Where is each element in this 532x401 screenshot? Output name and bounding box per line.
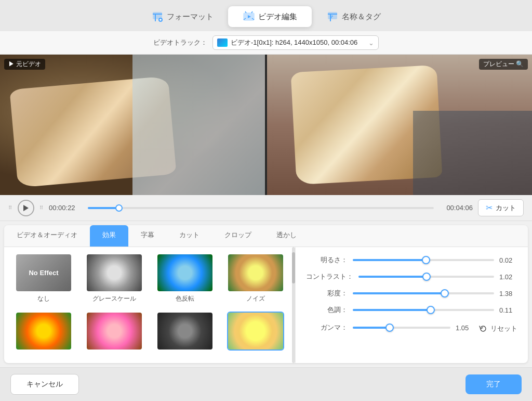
- timeline-dots-right: ⠿: [39, 205, 44, 211]
- effect-thumb-none: No Effect: [15, 253, 72, 292]
- effect-label-grayscale: グレースケール: [92, 294, 136, 303]
- cut-label: カット: [496, 203, 516, 213]
- effect-preview-invert: [157, 254, 212, 291]
- video-panel-left: [0, 55, 265, 195]
- main-content: ビデオトラック： ビデオ-1[0x1]: h264, 1440x1050, 00…: [0, 31, 532, 367]
- play-button[interactable]: [18, 200, 34, 216]
- video-preview-right: [267, 55, 532, 195]
- contrast-fill: [358, 276, 427, 278]
- tab-crop[interactable]: クロップ: [212, 225, 264, 247]
- timeline-dots-left: ⠿: [8, 205, 12, 211]
- effect-preview-noise: [228, 254, 283, 291]
- contrast-track[interactable]: [358, 276, 494, 278]
- tab-effects[interactable]: 効果: [90, 225, 128, 247]
- track-label: ビデオトラック：: [153, 38, 207, 47]
- effect-label-invert: 色反転: [176, 294, 194, 303]
- track-select[interactable]: ビデオ-1[0x1]: h264, 1440x1050, 00:04:06 ⌄: [212, 35, 379, 50]
- cut-icon: ✂: [486, 203, 493, 213]
- no-effect-display: No Effect: [16, 254, 71, 291]
- effect-thumb-pink: [86, 312, 143, 351]
- effect-grayscale[interactable]: グレースケール: [81, 253, 148, 307]
- gamma-thumb[interactable]: [385, 324, 394, 332]
- tab-watermark[interactable]: 透かし: [264, 225, 309, 247]
- effect-thumb-grayscale: [86, 253, 143, 292]
- effect-dark[interactable]: [152, 312, 218, 357]
- current-time: 00:00:22: [49, 204, 83, 212]
- cancel-button[interactable]: キャンセル: [10, 374, 79, 395]
- track-value: ビデオ-1[0x1]: h264, 1440x1050, 00:04:06: [231, 38, 357, 47]
- effects-grid: No Effect なし グレースケール 色反転: [4, 247, 295, 363]
- end-time: 00:04:06: [439, 204, 473, 212]
- effect-preview-faded: [228, 313, 283, 350]
- brightness-thumb[interactable]: [422, 256, 430, 264]
- panel-content: No Effect なし グレースケール 色反転: [4, 247, 528, 363]
- contrast-thumb[interactable]: [422, 273, 431, 281]
- video-preview-left: [0, 55, 265, 195]
- scroll-thumb: [292, 252, 295, 283]
- hue-label: 色調：: [306, 305, 348, 315]
- effect-faded[interactable]: [222, 312, 289, 357]
- effect-noise[interactable]: ノイズ: [222, 253, 289, 307]
- contrast-value: 1.02: [499, 273, 517, 281]
- saturation-label: 彩度：: [306, 289, 348, 298]
- preview-video-label: プレビュー 🔍: [479, 59, 528, 70]
- tab-name-tag-label: 名称＆タグ: [342, 12, 381, 22]
- video-track-bar: ビデオトラック： ビデオ-1[0x1]: h264, 1440x1050, 00…: [0, 31, 532, 55]
- saturation-fill: [353, 292, 445, 294]
- effect-orange[interactable]: [10, 312, 77, 357]
- hue-thumb[interactable]: [427, 306, 435, 314]
- saturation-thumb[interactable]: [441, 289, 449, 297]
- tab-name-tag[interactable]: 名称＆タグ: [312, 6, 395, 27]
- slider-gamma-row: ガンマ： 1.05 リセット: [306, 322, 517, 333]
- track-select-arrow-icon: ⌄: [368, 39, 374, 47]
- slider-brightness-row: 明るさ： 0.02: [306, 255, 517, 265]
- svg-marker-5: [23, 205, 29, 211]
- contrast-label: コントラスト：: [306, 272, 353, 281]
- track-thumb-icon: [217, 38, 228, 47]
- effect-preview-pink: [87, 313, 142, 350]
- effect-thumb-invert: [156, 253, 214, 292]
- hue-value: 0.11: [499, 306, 517, 314]
- effect-preview-dark: [157, 313, 212, 350]
- scrubber-thumb[interactable]: [115, 204, 123, 212]
- tab-format[interactable]: フォーマット: [137, 6, 228, 27]
- tab-format-label: フォーマット: [167, 12, 214, 22]
- slider-saturation-row: 彩度： 1.38: [306, 289, 517, 298]
- reset-button[interactable]: リセット: [479, 324, 517, 333]
- tab-subtitles[interactable]: 字幕: [128, 225, 167, 247]
- hue-track[interactable]: [353, 309, 494, 311]
- tab-cut[interactable]: カット: [167, 225, 212, 247]
- saturation-track[interactable]: [353, 292, 494, 294]
- done-button[interactable]: 完了: [466, 374, 522, 394]
- effect-thumb-faded: [227, 312, 284, 351]
- slider-contrast-row: コントラスト： 1.02: [306, 272, 517, 281]
- effect-preview-orange: [16, 313, 71, 350]
- brightness-track[interactable]: [353, 259, 494, 261]
- gamma-track[interactable]: [353, 327, 450, 329]
- scroll-hint: [292, 247, 295, 363]
- effect-thumb-orange: [15, 312, 72, 351]
- effect-pink[interactable]: [81, 312, 148, 357]
- brightness-label: 明るさ：: [306, 255, 348, 265]
- cut-button[interactable]: ✂ カット: [478, 199, 524, 216]
- effect-label-none: なし: [37, 294, 50, 303]
- reset-label: リセット: [490, 324, 517, 333]
- effect-label-noise: ノイズ: [246, 294, 265, 303]
- panel-tabs: ビデオ＆オーディオ 効果 字幕 カット クロップ 透かし: [4, 225, 528, 247]
- video-panel-right: [267, 55, 532, 195]
- hue-fill: [353, 309, 431, 311]
- lower-panel: ビデオ＆オーディオ 効果 字幕 カット クロップ 透かし: [4, 225, 528, 363]
- gamma-label: ガンマ：: [306, 323, 348, 332]
- svg-rect-4: [328, 12, 337, 19]
- timeline-bar: ⠿ ⠿ 00:00:22 00:04:06 ✂ カット: [0, 195, 532, 221]
- slider-hue-row: 色調： 0.11: [306, 305, 517, 315]
- source-video-label: ▶ 元ビデオ: [4, 59, 45, 70]
- gamma-fill: [353, 327, 390, 329]
- effect-none[interactable]: No Effect なし: [10, 253, 77, 307]
- tab-video-edit[interactable]: ビデオ編集: [228, 6, 312, 27]
- tab-video-audio[interactable]: ビデオ＆オーディオ: [4, 225, 90, 247]
- saturation-value: 1.38: [499, 290, 517, 297]
- scrubber-track[interactable]: [88, 207, 434, 209]
- bottom-bar: キャンセル 完了: [0, 367, 532, 401]
- effect-invert[interactable]: 色反転: [152, 253, 218, 307]
